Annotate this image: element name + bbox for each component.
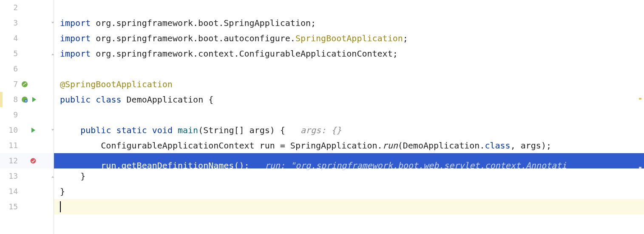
gutter-line[interactable]: 6	[0, 61, 54, 77]
gutter-line[interactable]: 14	[0, 184, 54, 199]
gutter-line[interactable]: 8	[0, 92, 54, 107]
warning-marker[interactable]	[639, 98, 641, 100]
spring-runnable-icon[interactable]	[21, 96, 28, 103]
error-stripe[interactable]	[639, 0, 644, 234]
line-number: 7	[0, 77, 18, 92]
gutter: 2 3 4 5 6 7	[0, 0, 54, 234]
gutter-line[interactable]: 9	[0, 107, 54, 123]
gutter-line[interactable]: 2	[0, 0, 54, 15]
keyword: public	[60, 94, 91, 105]
static-call: run	[383, 140, 398, 151]
code-content[interactable]: import org.springframework.boot.SpringAp…	[54, 0, 644, 234]
svg-point-0	[22, 81, 28, 87]
line-number: 13	[0, 168, 18, 184]
line-number: 5	[0, 46, 18, 61]
method-name: main	[178, 125, 198, 135]
code-text: (String[] args) {	[198, 125, 285, 135]
gutter-line[interactable]: 5	[0, 46, 54, 61]
keyword: import	[60, 33, 91, 43]
code-line[interactable]	[54, 0, 644, 15]
code-text: org.springframework.context.Configurable…	[91, 49, 397, 59]
caret-line[interactable]	[54, 199, 644, 214]
code-text: }	[60, 186, 65, 197]
code-text: {	[208, 94, 213, 105]
code-line[interactable]: public class DemoApplication {	[54, 92, 644, 107]
code-text: (DemoApplication.	[398, 140, 485, 151]
keyword: import	[60, 18, 91, 28]
code-text: ;	[403, 33, 408, 43]
caret	[60, 201, 61, 212]
code-line[interactable]	[54, 61, 644, 77]
execution-line[interactable]: run.getBeanDefinitionNames(); run: "org.…	[54, 153, 644, 168]
code-text: org.springframework.boot.autoconfigure.	[91, 33, 295, 43]
classname: SpringBootApplication	[295, 33, 403, 43]
code-text: ConfigurableApplicationContext run = Spr…	[101, 140, 382, 151]
gutter-line[interactable]: 4	[0, 31, 54, 46]
code-line[interactable]: import org.springframework.boot.autoconf…	[54, 31, 644, 46]
spring-bean-icon[interactable]	[21, 81, 28, 88]
line-number: 12	[0, 153, 18, 168]
keyword: void	[152, 125, 173, 135]
gutter-line[interactable]: 13	[0, 168, 54, 184]
line-number: 2	[0, 0, 18, 15]
code-line[interactable]: import org.springframework.context.Confi…	[54, 46, 644, 61]
code-line[interactable]: }	[54, 168, 644, 184]
code-line[interactable]: @SpringBootApplication	[54, 77, 644, 92]
code-text: }	[80, 171, 85, 181]
line-number: 15	[0, 199, 18, 214]
keyword: static	[116, 125, 147, 135]
code-line[interactable]: import org.springframework.boot.SpringAp…	[54, 15, 644, 31]
gutter-line[interactable]: 10	[0, 123, 54, 138]
keyword: import	[60, 49, 91, 59]
gutter-line[interactable]: 15	[0, 199, 54, 214]
line-number: 10	[0, 123, 18, 138]
code-line[interactable]	[54, 107, 644, 123]
keyword: class	[96, 94, 121, 105]
keyword: public	[80, 125, 111, 135]
run-icon[interactable]	[31, 96, 37, 103]
code-line[interactable]: }	[54, 184, 644, 199]
line-number: 14	[0, 184, 18, 199]
gutter-line[interactable]: 7	[0, 77, 54, 92]
svg-point-3	[31, 158, 36, 164]
classname: DemoApplication	[127, 94, 204, 105]
gutter-line[interactable]: 12	[0, 153, 54, 168]
inline-debug-hint: args: {}	[301, 125, 341, 135]
line-number: 6	[0, 61, 18, 77]
annotation: @SpringBootApplication	[60, 79, 173, 89]
code-editor[interactable]: 2 3 4 5 6 7	[0, 0, 644, 234]
code-line[interactable]: ConfigurableApplicationContext run = Spr…	[54, 138, 644, 153]
line-number: 3	[0, 15, 18, 31]
line-number: 4	[0, 31, 18, 46]
code-line[interactable]: public static void main(String[] args) {…	[54, 123, 644, 138]
gutter-line[interactable]: 3	[0, 15, 54, 31]
line-number: 9	[0, 107, 18, 123]
line-number: 8	[0, 92, 18, 107]
gutter-line[interactable]: 11	[0, 138, 54, 153]
line-number: 11	[0, 138, 18, 153]
run-icon[interactable]	[30, 127, 37, 134]
keyword: class	[485, 140, 510, 151]
breakpoint-icon[interactable]	[30, 157, 37, 164]
code-text: , args);	[511, 140, 551, 151]
code-text: org.springframework.boot.SpringApplicati…	[91, 18, 316, 28]
stripe-marker[interactable]	[639, 167, 641, 168]
